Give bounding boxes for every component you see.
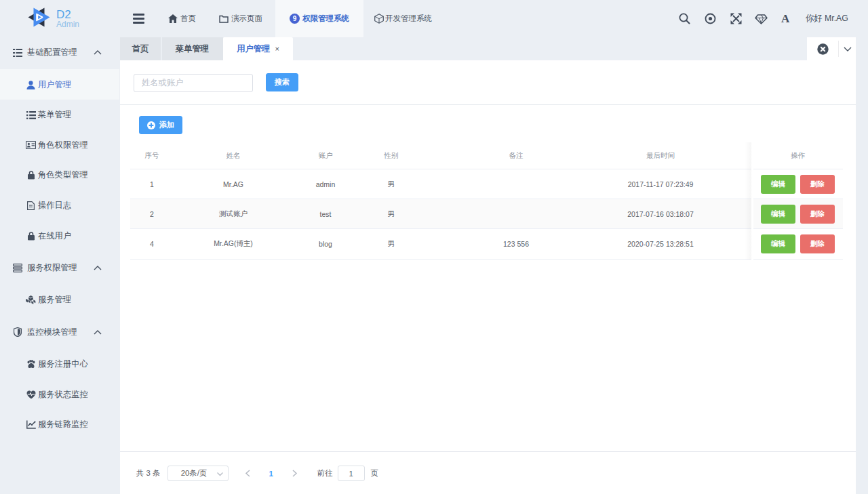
svg-text:9: 9 [293,15,297,22]
